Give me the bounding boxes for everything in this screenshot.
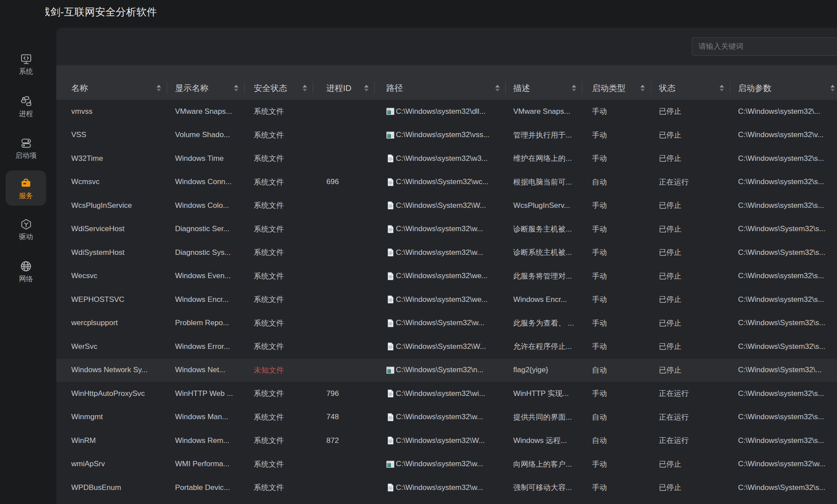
cell-path: C:\Windows\System32\wc... <box>375 178 506 186</box>
cell-start-params: C:\Windows\system32\w... <box>730 460 837 468</box>
sidebar-item-process[interactable]: 进程 <box>6 89 46 124</box>
cell-name: Wecsvc <box>56 272 167 280</box>
dll-file-icon <box>386 154 395 163</box>
cell-status: 已停止 <box>651 153 730 163</box>
table-row[interactable]: WPDBusEnum Portable Devic... 系统文件 <box>56 476 837 500</box>
sidebar-item-system[interactable]: 系统 <box>6 47 46 82</box>
sidebar-item-network[interactable]: 网络 <box>6 254 46 289</box>
services-icon <box>20 177 32 189</box>
cell-display-name: WinHTTP Web ... <box>167 389 245 398</box>
cell-description: Windows Encr... <box>506 295 582 304</box>
path-text: C:\Windows\System32\n... <box>396 366 483 374</box>
table-row[interactable]: vmvss VMware Snaps... 系统文件 <box>56 100 837 123</box>
cell-security-status: 未知文件 <box>245 365 313 375</box>
cell-pid: 872 <box>313 436 375 445</box>
cell-start-params: C:\Windows\System32\... <box>730 366 837 374</box>
cell-display-name: Windows Man... <box>167 413 245 421</box>
table-row[interactable]: Wecsvc Windows Even... 系统文件 <box>56 265 837 288</box>
cell-start-type: 自动 <box>582 365 651 375</box>
table-body: vmvss VMware Snaps... 系统文件 <box>56 100 837 504</box>
startup-icon <box>20 137 32 149</box>
cell-display-name: Diagnostic Sys... <box>167 248 245 257</box>
cell-start-type: 手动 <box>582 200 651 210</box>
cell-path: C:\Windows\system32\we... <box>375 295 506 304</box>
column-header-status[interactable]: 状态 <box>651 66 730 100</box>
sidebar-item-services[interactable]: 服务 <box>6 170 46 206</box>
column-header-pid[interactable]: 进程ID <box>313 66 375 100</box>
path-text: C:\Windows\system32\vss... <box>396 131 490 139</box>
cell-path: C:\Windows\system32\w... <box>375 225 506 233</box>
column-header-display-name[interactable]: 显示名称 <box>167 66 245 100</box>
table-row[interactable]: wmiApSrv WMI Performa... 系统文件 <box>56 453 837 476</box>
cell-path: C:\Windows\System32\n... <box>375 366 506 374</box>
dll-file-icon <box>386 178 395 186</box>
app-window-icon <box>386 366 395 374</box>
table-row[interactable]: Wcmsvc Windows Conn... 系统文件 696 <box>56 170 837 194</box>
path-text: C:\Windows\system32\wi... <box>396 389 485 398</box>
column-header-start-params[interactable]: 启动参数 <box>730 66 837 100</box>
cell-start-params: C:\Windows\system32\s... <box>730 413 837 421</box>
cell-display-name: Portable Devic... <box>167 483 245 492</box>
cell-path: C:\Windows\system32\w... <box>375 483 506 492</box>
cell-start-params: C:\Windows\System32\s... <box>730 342 837 351</box>
cell-display-name: Windows Conn... <box>167 178 245 186</box>
table-row[interactable]: WerSvc Windows Error... 系统文件 <box>56 335 837 359</box>
sidebar-item-startup[interactable]: 启动项 <box>6 131 46 166</box>
cell-security-status: 系统文件 <box>245 435 313 446</box>
table-row[interactable]: WEPHOSTSVC Windows Encr... 系统文件 <box>56 288 837 312</box>
sort-arrows-icon <box>495 85 500 91</box>
table-row[interactable]: Windows Network Sy... Windows Net... 未知文… <box>56 359 837 382</box>
path-text: C:\Windows\system32\w... <box>396 248 483 257</box>
table-row[interactable]: wercplsupport Problem Repo... 系统文件 <box>56 312 837 335</box>
cell-status: 已停止 <box>651 106 730 116</box>
table-row[interactable]: WcsPlugInService Windows Colo... 系统文件 <box>56 194 837 218</box>
path-text: C:\Windows\system32\we... <box>396 295 488 304</box>
cell-description: 管理并执行用于... <box>506 130 582 140</box>
cell-path: C:\Windows\system32\w... <box>375 460 506 468</box>
cell-display-name: Windows Error... <box>167 342 245 351</box>
column-header-label: 显示名称 <box>175 83 208 94</box>
table-row[interactable]: WinHttpAutoProxySvc WinHTTP Web ... 系统文件… <box>56 382 837 406</box>
table-row[interactable]: VSS Volume Shado... 系统文件 <box>56 123 837 147</box>
cell-description: WinHTTP 实现... <box>506 388 582 399</box>
cell-path: C:\Windows\system32\vss... <box>375 131 506 139</box>
cell-start-type: 手动 <box>582 294 651 305</box>
path-text: C:\Windows\System32\W... <box>396 342 486 351</box>
column-header-label: 路径 <box>386 83 403 94</box>
cell-start-type: 手动 <box>582 459 651 469</box>
cell-start-params: C:\Windows\system32\s... <box>730 272 837 280</box>
cell-name: WcsPlugInService <box>56 201 167 210</box>
dll-file-icon <box>386 225 395 233</box>
column-header-label: 进程ID <box>326 83 351 94</box>
cell-display-name: WMI Performa... <box>167 460 245 468</box>
app-window-icon <box>386 460 395 468</box>
cell-start-type: 手动 <box>582 482 651 493</box>
column-header-label: 描述 <box>513 83 530 94</box>
sort-arrows-icon <box>572 85 576 91</box>
column-header-label: 状态 <box>659 83 676 94</box>
sidebar-item-driver[interactable]: 驱动 <box>6 212 46 247</box>
search-input[interactable] <box>692 37 837 56</box>
cell-start-params: C:\Windows\system32\s... <box>730 154 837 163</box>
table-row[interactable]: Winmgmt Windows Man... 系统文件 748 <box>56 406 837 429</box>
table-row[interactable]: WinRM Windows Rem... 系统文件 872 <box>56 429 837 453</box>
cell-pid: 696 <box>313 178 375 186</box>
cell-status: 已停止 <box>651 271 730 281</box>
table-row[interactable]: WdiServiceHost Diagnostic Ser... 系统文件 <box>56 218 837 241</box>
path-text: C:\Windows\System32\wc... <box>396 178 489 186</box>
table-row[interactable]: W32Time Windows Time 系统文件 <box>56 147 837 170</box>
cell-description: 此服务为查看、 ... <box>506 318 582 328</box>
cell-pid: 796 <box>313 389 375 398</box>
cell-status: 已停止 <box>651 247 730 257</box>
column-header-description[interactable]: 描述 <box>506 66 582 100</box>
cell-display-name: Windows Time <box>167 154 245 163</box>
column-header-start-type[interactable]: 启动类型 <box>582 66 651 100</box>
column-header-name[interactable]: 名称 <box>56 66 167 100</box>
table-row[interactable]: WdiSystemHost Diagnostic Sys... 系统文件 <box>56 241 837 265</box>
column-header-security[interactable]: 安全状态 <box>245 66 313 100</box>
cell-path: C:\Windows\System32\w... <box>375 319 506 327</box>
cell-path: C:\Windows\system32\W... <box>375 436 506 445</box>
table-header-row: 名称 显示名称 安全状态 进程ID 路径 描述 启动类型 状态 启动参数 <box>56 66 837 100</box>
column-header-path[interactable]: 路径 <box>375 66 506 100</box>
path-text: C:\Windows\System32\W... <box>396 201 486 210</box>
